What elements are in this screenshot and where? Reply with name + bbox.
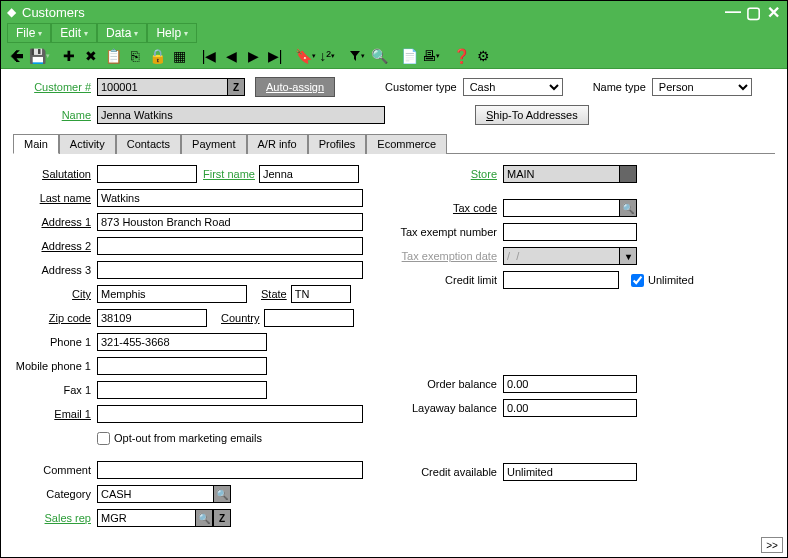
store-field[interactable] [503, 165, 637, 183]
address3-label: Address 3 [13, 264, 97, 276]
name-input[interactable] [97, 106, 385, 124]
back-icon[interactable]: 🡸 [7, 46, 27, 66]
layawaybal-input [503, 399, 637, 417]
maximize-icon[interactable]: ▢ [745, 4, 761, 20]
address2-label: Address 2 [13, 240, 97, 252]
salutation-input[interactable] [97, 165, 197, 183]
menu-file[interactable]: File▾ [7, 23, 51, 43]
mobile1-input[interactable] [97, 357, 267, 375]
menu-edit[interactable]: Edit▾ [51, 23, 97, 43]
app-icon: ◆ [7, 5, 16, 19]
taxcode-field[interactable]: 🔍 [503, 199, 637, 217]
comment-input[interactable] [97, 461, 363, 479]
search-icon[interactable]: 🔍 [619, 199, 637, 217]
close-icon[interactable]: ✕ [765, 4, 781, 20]
customers-window: ◆ Customers — ▢ ✕ File▾ Edit▾ Data▾ Help… [0, 0, 788, 558]
new-icon[interactable]: ✚ [59, 46, 79, 66]
delete-icon[interactable]: ✖ [81, 46, 101, 66]
phone1-input[interactable] [97, 333, 267, 351]
phone1-label: Phone 1 [13, 336, 97, 348]
email1-input[interactable] [97, 405, 363, 423]
country-input[interactable] [264, 309, 354, 327]
zip-input[interactable] [97, 309, 207, 327]
customer-type-select[interactable]: Cash [463, 78, 563, 96]
ship-to-button[interactable]: SShip-To Addresseship-To Addresses [475, 105, 589, 125]
first-name-label: First name [203, 168, 255, 180]
first-icon[interactable]: |◀ [199, 46, 219, 66]
city-input[interactable] [97, 285, 247, 303]
save-dropdown-icon[interactable]: 💾▾ [29, 46, 49, 66]
salesrep-input[interactable] [97, 509, 195, 527]
fax1-input[interactable] [97, 381, 267, 399]
prev-icon[interactable]: ◀ [221, 46, 241, 66]
layawaybal-label: Layaway balance [393, 402, 503, 414]
tab-ar[interactable]: A/R info [247, 134, 308, 154]
help-icon[interactable]: ❓ [451, 46, 471, 66]
z-lookup-icon[interactable]: Z [227, 78, 245, 96]
header-row-2: Name SShip-To Addresseship-To Addresses [13, 105, 775, 125]
tab-contacts[interactable]: Contacts [116, 134, 181, 154]
category-input[interactable] [97, 485, 213, 503]
salesrep-field[interactable]: 🔍 Z [97, 509, 231, 527]
lock-icon[interactable]: 🔒 [147, 46, 167, 66]
search-icon[interactable] [619, 165, 637, 183]
salesrep-label: Sales rep [13, 512, 97, 524]
expand-button[interactable]: >> [761, 537, 783, 553]
window-title: Customers [22, 5, 725, 20]
address2-input[interactable] [97, 237, 363, 255]
taxexempt-input[interactable] [503, 223, 637, 241]
tab-activity[interactable]: Activity [59, 134, 116, 154]
menubar: File▾ Edit▾ Data▾ Help▾ [1, 23, 787, 43]
notes-icon[interactable]: 📄 [399, 46, 419, 66]
export-icon[interactable]: ⎘ [125, 46, 145, 66]
next-icon[interactable]: ▶ [243, 46, 263, 66]
creditlimit-label: Credit limit [393, 274, 503, 286]
state-input[interactable] [291, 285, 351, 303]
customer-num-field[interactable]: Z [97, 78, 245, 96]
unlimited-checkbox[interactable] [631, 274, 644, 287]
tab-profiles[interactable]: Profiles [308, 134, 367, 154]
last-icon[interactable]: ▶| [265, 46, 285, 66]
state-label: State [261, 288, 287, 300]
city-label: City [13, 288, 97, 300]
filter-icon[interactable]: ▾ [347, 46, 367, 66]
tab-payment[interactable]: Payment [181, 134, 246, 154]
optout-checkbox[interactable] [97, 432, 110, 445]
sort-icon[interactable]: ↓²▾ [317, 46, 337, 66]
bookmark-icon[interactable]: 🔖▾ [295, 46, 315, 66]
category-field[interactable]: 🔍 [97, 485, 231, 503]
tab-main[interactable]: Main [13, 134, 59, 154]
mobile1-label: Mobile phone 1 [13, 360, 97, 372]
last-name-input[interactable] [97, 189, 363, 207]
store-input[interactable] [503, 165, 619, 183]
taxexemptdate-input [503, 247, 619, 265]
unlimited-label: Unlimited [648, 274, 694, 286]
address3-input[interactable] [97, 261, 363, 279]
auto-assign-button[interactable]: Auto-assign [255, 77, 335, 97]
print-icon[interactable]: 🖶▾ [421, 46, 441, 66]
creditavail-input [503, 463, 637, 481]
form-area: Salutation First name Last name Address … [13, 164, 775, 532]
customer-num-input[interactable] [97, 78, 227, 96]
name-type-select[interactable]: Person [652, 78, 752, 96]
config-icon[interactable]: ⚙ [473, 46, 493, 66]
creditlimit-input[interactable] [503, 271, 619, 289]
menu-help[interactable]: Help▾ [147, 23, 197, 43]
search-icon[interactable]: 🔍 [213, 485, 231, 503]
creditavail-label: Credit available [393, 466, 503, 478]
grid-icon[interactable]: ▦ [169, 46, 189, 66]
first-name-input[interactable] [259, 165, 359, 183]
taxcode-input[interactable] [503, 199, 619, 217]
minimize-icon[interactable]: — [725, 4, 741, 20]
z-lookup-icon[interactable]: Z [213, 509, 231, 527]
address1-input[interactable] [97, 213, 363, 231]
menu-data[interactable]: Data▾ [97, 23, 147, 43]
search-icon[interactable]: 🔍 [369, 46, 389, 66]
salutation-label: Salutation [13, 168, 97, 180]
store-label: Store [393, 168, 503, 180]
tab-ecommerce[interactable]: Ecommerce [366, 134, 447, 154]
copy-icon[interactable]: 📋 [103, 46, 123, 66]
taxexempt-label: Tax exempt number [393, 226, 503, 238]
search-icon[interactable]: 🔍 [195, 509, 213, 527]
optout-label: Opt-out from marketing emails [114, 432, 262, 444]
